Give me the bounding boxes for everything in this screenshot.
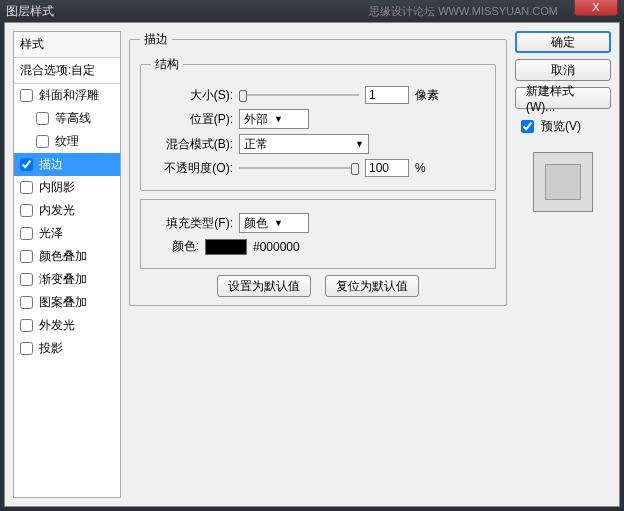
position-label: 位置(P):	[151, 111, 233, 128]
sidebar-checkbox-7[interactable]	[20, 250, 33, 263]
sidebar-checkbox-0[interactable]	[20, 89, 33, 102]
sidebar-label-8: 渐变叠加	[39, 271, 87, 288]
new-style-button[interactable]: 新建样式(W)...	[515, 87, 611, 109]
sidebar-label-2: 纹理	[55, 133, 79, 150]
sidebar-item-1[interactable]: 等高线	[14, 107, 120, 130]
opacity-input[interactable]	[365, 159, 409, 177]
sidebar-checkbox-11[interactable]	[20, 342, 33, 355]
window-title: 图层样式	[6, 3, 369, 20]
sidebar-item-3[interactable]: 描边	[14, 153, 120, 176]
sidebar-label-0: 斜面和浮雕	[39, 87, 99, 104]
chevron-down-icon: ▼	[355, 139, 364, 149]
preview-checkbox[interactable]	[521, 120, 534, 133]
sidebar-label-11: 投影	[39, 340, 63, 357]
sidebar-label-6: 光泽	[39, 225, 63, 242]
sidebar-checkbox-5[interactable]	[20, 204, 33, 217]
reset-default-button[interactable]: 复位为默认值	[325, 275, 419, 297]
filltype-select[interactable]: 颜色 ▼	[239, 213, 309, 233]
opacity-unit: %	[415, 161, 426, 175]
stroke-legend: 描边	[140, 31, 172, 48]
size-unit: 像素	[415, 87, 439, 104]
filltype-label: 填充类型(F):	[151, 215, 233, 232]
blend-label: 混合模式(B):	[151, 136, 233, 153]
fill-fieldset: 填充类型(F): 颜色 ▼ 颜色: #000000	[140, 199, 496, 269]
content-area: 样式 混合选项:自定 斜面和浮雕等高线纹理描边内阴影内发光光泽颜色叠加渐变叠加图…	[4, 22, 620, 507]
size-input[interactable]	[365, 86, 409, 104]
titlebar: 图层样式 思缘设计论坛 WWW.MISSYUAN.COM X	[0, 0, 624, 22]
watermark: 思缘设计论坛 WWW.MISSYUAN.COM	[369, 4, 558, 19]
color-swatch[interactable]	[205, 239, 247, 255]
sidebar-item-4[interactable]: 内阴影	[14, 176, 120, 199]
blend-select[interactable]: 正常 ▼	[239, 134, 369, 154]
stroke-fieldset: 描边 结构 大小(S): 像素 位置(P): 外部	[129, 31, 507, 306]
sidebar-item-11[interactable]: 投影	[14, 337, 120, 360]
sidebar-label-10: 外发光	[39, 317, 75, 334]
position-select[interactable]: 外部 ▼	[239, 109, 309, 129]
chevron-down-icon: ▼	[274, 114, 283, 124]
size-slider[interactable]	[239, 88, 359, 102]
dialog-window: 图层样式 思缘设计论坛 WWW.MISSYUAN.COM X 样式 混合选项:自…	[0, 0, 624, 511]
sidebar-label-5: 内发光	[39, 202, 75, 219]
opacity-label: 不透明度(O):	[151, 160, 233, 177]
ok-button[interactable]: 确定	[515, 31, 611, 53]
set-default-button[interactable]: 设置为默认值	[217, 275, 311, 297]
sidebar-item-10[interactable]: 外发光	[14, 314, 120, 337]
right-column: 确定 取消 新建样式(W)... 预览(V)	[515, 31, 611, 498]
sidebar-item-6[interactable]: 光泽	[14, 222, 120, 245]
structure-legend: 结构	[151, 56, 183, 73]
preview-box	[533, 152, 593, 212]
close-button[interactable]: X	[574, 0, 618, 16]
sidebar-label-4: 内阴影	[39, 179, 75, 196]
main-panel: 描边 结构 大小(S): 像素 位置(P): 外部	[129, 31, 507, 498]
color-hex: #000000	[253, 240, 300, 254]
sidebar-checkbox-3[interactable]	[20, 158, 33, 171]
sidebar-checkbox-1[interactable]	[36, 112, 49, 125]
styles-sidebar: 样式 混合选项:自定 斜面和浮雕等高线纹理描边内阴影内发光光泽颜色叠加渐变叠加图…	[13, 31, 121, 498]
sidebar-label-9: 图案叠加	[39, 294, 87, 311]
sidebar-item-7[interactable]: 颜色叠加	[14, 245, 120, 268]
structure-fieldset: 结构 大小(S): 像素 位置(P): 外部 ▼	[140, 56, 496, 191]
color-label: 颜色:	[151, 238, 199, 255]
sidebar-header: 样式	[14, 32, 120, 58]
opacity-slider[interactable]	[239, 161, 359, 175]
preview-label: 预览(V)	[541, 118, 581, 135]
sidebar-item-0[interactable]: 斜面和浮雕	[14, 84, 120, 107]
sidebar-checkbox-10[interactable]	[20, 319, 33, 332]
sidebar-checkbox-2[interactable]	[36, 135, 49, 148]
sidebar-label-7: 颜色叠加	[39, 248, 87, 265]
sidebar-item-9[interactable]: 图案叠加	[14, 291, 120, 314]
sidebar-checkbox-8[interactable]	[20, 273, 33, 286]
sidebar-item-5[interactable]: 内发光	[14, 199, 120, 222]
sidebar-item-2[interactable]: 纹理	[14, 130, 120, 153]
sidebar-blend-options[interactable]: 混合选项:自定	[14, 58, 120, 84]
preview-inner	[545, 164, 581, 200]
cancel-button[interactable]: 取消	[515, 59, 611, 81]
sidebar-checkbox-4[interactable]	[20, 181, 33, 194]
chevron-down-icon: ▼	[274, 218, 283, 228]
sidebar-label-1: 等高线	[55, 110, 91, 127]
sidebar-checkbox-9[interactable]	[20, 296, 33, 309]
sidebar-label-3: 描边	[39, 156, 63, 173]
sidebar-checkbox-6[interactable]	[20, 227, 33, 240]
sidebar-item-8[interactable]: 渐变叠加	[14, 268, 120, 291]
size-label: 大小(S):	[151, 87, 233, 104]
